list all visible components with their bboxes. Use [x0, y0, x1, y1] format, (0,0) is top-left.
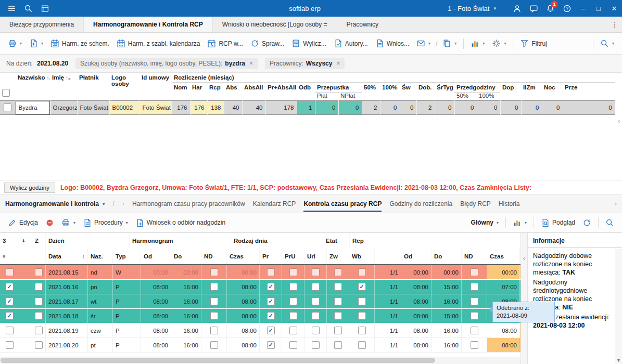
cell-od[interactable]: 08:00 [141, 338, 171, 352]
z-checkbox[interactable] [35, 283, 43, 291]
copy-button[interactable]: ▾ [439, 37, 460, 50]
schedule-row-2021.08.19[interactable]: 2021.08.19czwP08:0016:0008:00✓1/108:0016… [0, 323, 521, 338]
cell-etat[interactable]: 1/1 [375, 338, 401, 352]
cell-do2[interactable]: 00:00 [431, 265, 462, 279]
cell-nom[interactable]: 176 [172, 101, 190, 115]
grid-search-button[interactable] [602, 216, 618, 229]
cell-czas[interactable]: 08:00 [227, 294, 260, 308]
tab-pracownicy[interactable]: Pracownicy [337, 17, 388, 32]
cell-czas[interactable]: 08:00 [227, 280, 260, 294]
cell-czas2[interactable]: 08:00 [487, 338, 520, 352]
subnav-scroll-right[interactable]: › [615, 200, 617, 207]
refresh-button[interactable] [579, 216, 595, 229]
cell-zw[interactable] [327, 280, 349, 294]
cell-pru[interactable] [282, 265, 304, 279]
cell-praca[interactable]: 00:00 [520, 265, 521, 279]
z-checkbox[interactable] [35, 312, 43, 320]
cell-od[interactable]: 08:00 [141, 280, 171, 294]
cell-z[interactable] [32, 338, 46, 352]
cell-url[interactable] [304, 309, 327, 323]
cell-zw[interactable] [327, 265, 349, 279]
cell-nd1[interactable] [201, 280, 227, 294]
nd2-checkbox[interactable] [471, 297, 478, 305]
cell-data[interactable]: 2021.08.16 [46, 280, 88, 294]
cell-zw[interactable] [327, 323, 349, 337]
cell-do[interactable]: 16:00 [171, 294, 201, 308]
cell-nd2[interactable] [462, 309, 487, 323]
col-header-logo-osoby[interactable]: Logo osoby [109, 73, 139, 101]
cell-abs[interactable]: 40 [224, 101, 242, 115]
col-header-100[interactable]: 100% [380, 83, 400, 101]
subtab-kontrola-rcp[interactable]: Kontrola czasu pracy RCP [303, 200, 382, 207]
nd2-checkbox[interactable] [471, 268, 478, 276]
subtab-harmonogram[interactable]: Harmonogram czasu pracy pracowników [132, 200, 245, 207]
global-search-button[interactable] [20, 0, 36, 17]
cell-url[interactable] [304, 265, 327, 279]
cell-pr[interactable]: ✓ [260, 338, 282, 352]
sel-checkbox[interactable] [6, 327, 14, 334]
cell-plus[interactable] [19, 294, 32, 308]
subnav-scroll-left[interactable]: ‹ [122, 200, 124, 207]
wniosek-button[interactable]: Wnios... [372, 37, 413, 50]
col-header-do2[interactable]: Do [431, 249, 462, 264]
pr-checkbox[interactable] [267, 268, 275, 276]
cell-plus[interactable] [19, 309, 32, 323]
pru-checkbox[interactable] [289, 327, 297, 334]
cell-do2[interactable]: 16:00 [431, 323, 462, 337]
cell-pg50[interactable]: 0 [454, 101, 477, 115]
panel-splitter[interactable]: ‹ ‹ [521, 233, 528, 364]
scrollbar-thumb[interactable] [1, 358, 435, 363]
cell-do[interactable]: 16:00 [171, 323, 201, 337]
cell-url[interactable] [304, 338, 327, 352]
tab-harmonogramowanie[interactable]: Harmonogramowanie i Kontrola RCP [84, 17, 213, 32]
chart-grid-button[interactable]: ▾ [509, 216, 530, 229]
col-header-50[interactable]: 50% [362, 83, 380, 101]
cell-od2[interactable]: 08:00 [401, 323, 431, 337]
cell-czas2[interactable]: 08:00 [487, 323, 520, 337]
col-header-nom[interactable]: Nom [172, 83, 190, 101]
zw-checkbox[interactable] [334, 297, 342, 305]
col-header-absall[interactable]: AbsAll [242, 83, 265, 101]
nd2-checkbox[interactable] [471, 341, 478, 349]
cell-url[interactable] [304, 323, 327, 337]
cell-do[interactable]: 16:00 [171, 309, 201, 323]
user-button[interactable] [509, 0, 525, 17]
cell-z[interactable] [32, 265, 46, 279]
cell-do2[interactable]: 15:00 [431, 309, 462, 323]
col-header-pr-absall[interactable]: Pr+AbsAll [265, 83, 297, 101]
col-header-naz[interactable]: Naz. [88, 249, 113, 264]
cell-typ[interactable]: W [113, 265, 141, 279]
col-header-url[interactable]: Url [304, 249, 327, 264]
cell-wb[interactable] [349, 294, 375, 308]
col-header-odb[interactable]: Odb [297, 83, 315, 101]
close-icon[interactable]: × [249, 60, 253, 67]
cell-plus[interactable] [19, 280, 32, 294]
url-checkbox[interactable] [312, 268, 320, 276]
cell-pr[interactable]: ✓ [260, 280, 282, 294]
cell-z[interactable] [32, 309, 46, 323]
cell-100[interactable]: 0 [380, 101, 400, 115]
cell-wb[interactable] [349, 265, 375, 279]
url-checkbox[interactable] [312, 297, 320, 305]
cell-do2[interactable]: 16:00 [431, 338, 462, 352]
cell-od[interactable]: 08:00 [141, 323, 171, 337]
cell-od2[interactable]: 08:00 [401, 280, 431, 294]
close-icon[interactable]: × [336, 60, 340, 67]
messages-button[interactable] [525, 0, 542, 17]
cell-naz[interactable]: pt [88, 338, 113, 352]
cell-do2[interactable]: 16:00 [431, 294, 462, 308]
cell-data[interactable]: 2021.08.20 [46, 338, 88, 352]
col-header-pru[interactable]: PrU [282, 249, 304, 264]
cell-logo-osoby[interactable]: B00002 [109, 101, 139, 115]
col-header-plus[interactable] [19, 249, 32, 264]
cell-praca[interactable]: 08:00 [520, 323, 521, 337]
col-header-nd2[interactable]: ND [462, 249, 487, 264]
cell-pr[interactable] [260, 265, 282, 279]
z-checkbox[interactable] [35, 341, 43, 349]
cell-od2[interactable]: 08:00 [401, 309, 431, 323]
cell-nazwisko[interactable]: Byzdra [16, 101, 50, 115]
nd1-checkbox[interactable] [210, 327, 218, 334]
nd1-checkbox[interactable] [210, 268, 218, 276]
wb-checkbox[interactable] [358, 312, 366, 320]
cell-od[interactable]: 08:00 [141, 294, 171, 308]
